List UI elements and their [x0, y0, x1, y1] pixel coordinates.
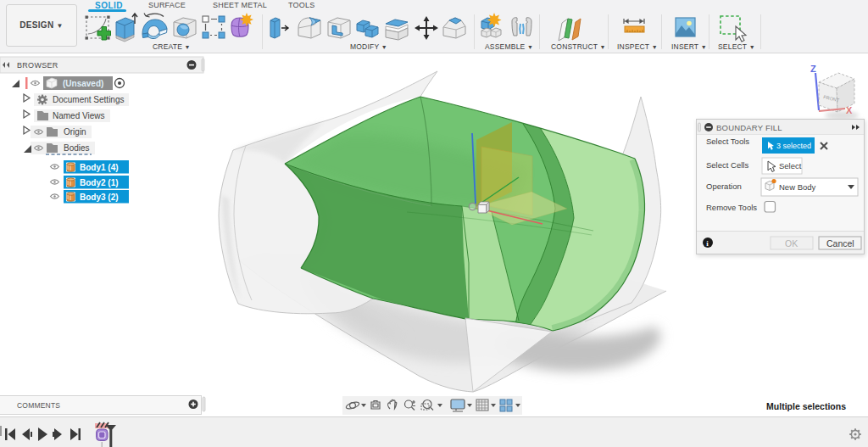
svg-text:Body1 (4): Body1 (4) [80, 163, 119, 172]
svg-text:X: X [846, 105, 853, 115]
svg-text:Cancel: Cancel [826, 238, 854, 249]
svg-text:OK: OK [785, 238, 798, 249]
svg-text:New Body: New Body [779, 182, 816, 192]
svg-text:(Unsaved): (Unsaved) [63, 79, 103, 88]
svg-text:Bodies: Bodies [64, 143, 90, 153]
svg-text:BOUNDARY FILL: BOUNDARY FILL [716, 123, 782, 132]
svg-text:Body3 (2): Body3 (2) [80, 193, 119, 202]
svg-text:BROWSER: BROWSER [17, 61, 58, 70]
svg-text:Remove Tools: Remove Tools [706, 203, 757, 212]
svg-text:Z: Z [810, 64, 816, 74]
svg-text:Origin: Origin [64, 127, 86, 137]
svg-text:Body2 (1): Body2 (1) [80, 178, 119, 187]
svg-text:Select Cells: Select Cells [706, 160, 748, 170]
svg-text:3 selected: 3 selected [776, 142, 811, 150]
svg-text:Document Settings: Document Settings [53, 95, 125, 104]
svg-text:Operation: Operation [706, 182, 742, 191]
svg-text:Named Views: Named Views [53, 111, 105, 120]
svg-text:Select: Select [779, 161, 802, 170]
svg-text:Select Tools: Select Tools [706, 137, 749, 146]
